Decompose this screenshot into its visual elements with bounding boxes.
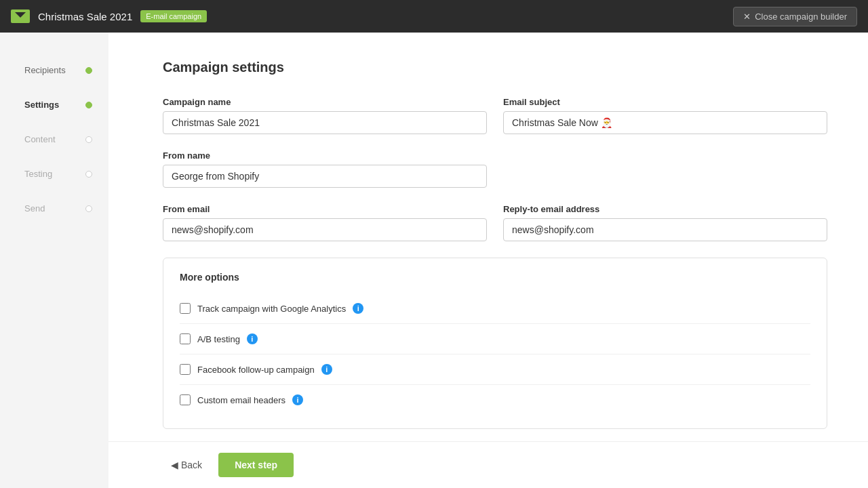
- back-button[interactable]: ◀ Back: [163, 454, 210, 476]
- from-name-label: From name: [163, 150, 487, 161]
- close-icon: ✕: [743, 12, 751, 22]
- campaign-title: Christmas Sale 2021: [38, 11, 132, 22]
- custom-headers-info-icon[interactable]: i: [292, 394, 303, 405]
- sidebar-item-settings[interactable]: Settings: [14, 87, 108, 122]
- back-chevron-icon: ◀: [171, 460, 178, 470]
- next-step-button[interactable]: Next step: [218, 453, 294, 477]
- app-body: Recipients Settings Content Testing Send: [0, 33, 868, 488]
- from-name-spacer: [503, 150, 827, 188]
- facebook-info-icon[interactable]: i: [321, 364, 332, 375]
- facebook-checkbox[interactable]: [180, 364, 191, 375]
- campaign-name-input[interactable]: [163, 111, 487, 134]
- reply-email-group: Reply-to email address: [503, 204, 827, 241]
- ab-info-icon[interactable]: i: [247, 333, 258, 344]
- ab-checkbox[interactable]: [180, 333, 191, 344]
- content-dot: [85, 136, 92, 143]
- email-icon: [11, 9, 30, 23]
- testing-dot: [85, 171, 92, 178]
- from-email-input[interactable]: [163, 218, 487, 241]
- email-subject-group: Email subject: [503, 97, 827, 134]
- form-row-2: From name: [163, 150, 827, 188]
- from-email-group: From email: [163, 204, 487, 241]
- analytics-label: Track campaign with Google Analytics: [197, 304, 346, 314]
- header-left: Christmas Sale 2021 E-mail campaign: [11, 9, 207, 23]
- custom-headers-checkbox[interactable]: [180, 394, 191, 405]
- send-label: Send: [24, 203, 45, 214]
- settings-label: Settings: [24, 100, 59, 110]
- content-label: Content: [24, 134, 56, 144]
- facebook-label: Facebook follow-up campaign: [197, 365, 315, 375]
- sidebar-item-recipients[interactable]: Recipients: [14, 53, 108, 87]
- email-subject-input[interactable]: [503, 111, 827, 134]
- close-campaign-builder-button[interactable]: ✕ Close campaign builder: [733, 7, 857, 26]
- option-row-custom-headers: Custom email headers i: [180, 385, 810, 415]
- campaign-name-label: Campaign name: [163, 97, 487, 107]
- sidebar-item-content[interactable]: Content: [14, 122, 108, 157]
- main-content: Campaign settings Campaign name Email su…: [108, 33, 868, 488]
- analytics-checkbox[interactable]: [180, 303, 191, 314]
- send-dot: [85, 205, 92, 212]
- campaign-name-group: Campaign name: [163, 97, 487, 134]
- close-button-label: Close campaign builder: [755, 12, 847, 22]
- reply-email-input[interactable]: [503, 218, 827, 241]
- option-row-facebook: Facebook follow-up campaign i: [180, 354, 810, 385]
- reply-email-label: Reply-to email address: [503, 204, 827, 214]
- back-label: Back: [181, 460, 202, 470]
- from-email-label: From email: [163, 204, 487, 214]
- email-subject-label: Email subject: [503, 97, 827, 107]
- from-name-group: From name: [163, 150, 487, 188]
- footer: ◀ Back Next step: [108, 441, 868, 488]
- from-name-input[interactable]: [163, 165, 487, 188]
- more-options-box: More options Track campaign with Google …: [163, 258, 827, 429]
- option-row-analytics: Track campaign with Google Analytics i: [180, 293, 810, 324]
- form-row-3: From email Reply-to email address: [163, 204, 827, 241]
- sidebar: Recipients Settings Content Testing Send: [0, 33, 108, 488]
- campaign-type-badge: E-mail campaign: [140, 10, 207, 22]
- page-title: Campaign settings: [163, 60, 827, 75]
- form-row-1: Campaign name Email subject: [163, 97, 827, 134]
- ab-label: A/B testing: [197, 334, 240, 344]
- analytics-info-icon[interactable]: i: [353, 303, 363, 314]
- sidebar-item-testing[interactable]: Testing: [14, 157, 108, 191]
- testing-label: Testing: [24, 169, 52, 179]
- header: Christmas Sale 2021 E-mail campaign ✕ Cl…: [0, 0, 868, 33]
- more-options-title: More options: [180, 272, 810, 283]
- sidebar-item-send[interactable]: Send: [14, 191, 108, 226]
- sidebar-nav: Recipients Settings Content Testing Send: [0, 53, 108, 226]
- settings-dot: [85, 102, 92, 108]
- option-row-ab: A/B testing i: [180, 324, 810, 354]
- recipients-label: Recipients: [24, 65, 66, 75]
- custom-headers-label: Custom email headers: [197, 395, 285, 405]
- recipients-dot: [85, 67, 92, 74]
